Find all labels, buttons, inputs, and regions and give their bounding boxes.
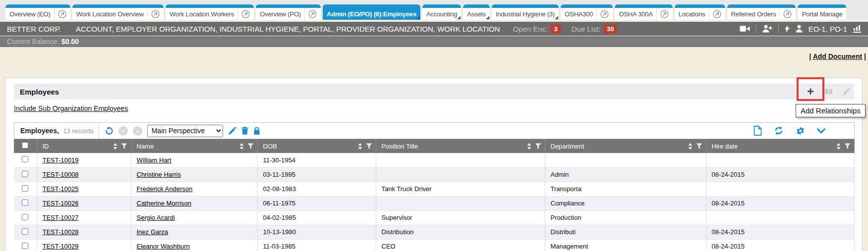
sort-icon[interactable] <box>113 143 117 150</box>
filter-icon[interactable] <box>247 143 254 150</box>
employee-id-link[interactable]: TEST-10019 <box>43 156 79 164</box>
filter-icon[interactable] <box>366 143 372 150</box>
open-in-new-icon[interactable] <box>600 10 609 18</box>
employee-name-link[interactable]: Christine Harris <box>137 171 181 178</box>
bar-chart-icon[interactable] <box>853 25 861 33</box>
employee-name-link[interactable]: Inez Garza <box>137 228 169 236</box>
column-header-id[interactable]: ID <box>37 139 131 153</box>
employee-name-link[interactable]: Catherine Morrison <box>137 200 192 207</box>
employee-id-link[interactable]: TEST-10027 <box>43 214 79 221</box>
settings-gear-icon[interactable] <box>796 126 805 136</box>
grid-toolbar-right <box>753 126 854 136</box>
page-previous-icon[interactable]: ‹ <box>118 126 128 136</box>
employee-id-link[interactable]: TEST-10029 <box>43 243 79 250</box>
perspective-select[interactable]: Main Perspective <box>147 125 223 137</box>
tab-open-section[interactable] <box>304 8 317 20</box>
sort-icon[interactable] <box>688 143 693 150</box>
due-list-badge[interactable]: 30 <box>604 24 617 34</box>
filter-icon[interactable] <box>535 143 541 150</box>
tab-industrial-hygiene-3[interactable]: Industrial Hygiene (3) <box>492 4 559 20</box>
open-in-new-icon[interactable] <box>308 10 317 18</box>
row-checkbox[interactable] <box>22 156 28 162</box>
tab-work-location-workers[interactable]: Work Location Workers <box>166 4 254 20</box>
panel-header: Employees + <box>14 84 854 100</box>
row-checkbox[interactable] <box>22 228 28 235</box>
tab-accounting[interactable]: Accounting <box>422 4 461 20</box>
include-sub-org-link[interactable]: Include Sub Organization Employees <box>14 104 128 112</box>
tab-assets[interactable]: Assets <box>463 4 490 20</box>
open-in-new-icon[interactable] <box>241 10 250 18</box>
open-in-new-icon[interactable] <box>783 10 792 18</box>
row-checkbox[interactable] <box>22 243 28 249</box>
tab-portal-manage[interactable]: Portal Manage <box>798 4 846 20</box>
cell-hire: 08-24-2015 <box>706 196 855 210</box>
employee-name-link[interactable]: Eleanor Washburn <box>137 243 190 250</box>
page-next-icon[interactable]: › <box>133 126 142 136</box>
tab-open-section[interactable] <box>147 8 160 20</box>
sort-icon[interactable] <box>358 143 362 150</box>
employee-name-link[interactable]: Sergio Acardi <box>137 214 175 221</box>
tab-osha300[interactable]: OSHA300 <box>561 4 613 20</box>
row-checkbox[interactable] <box>22 200 28 206</box>
filter-icon[interactable] <box>844 143 851 150</box>
open-in-new-icon[interactable] <box>713 10 721 18</box>
cell-dob: 02-08-1983 <box>257 182 376 196</box>
edit-pencil-icon[interactable] <box>841 87 851 97</box>
tab-open-section[interactable] <box>237 8 250 20</box>
row-checkbox[interactable] <box>22 214 28 220</box>
book-icon[interactable] <box>823 87 833 97</box>
chevron-down-icon[interactable] <box>817 128 825 134</box>
sort-icon[interactable] <box>239 143 244 150</box>
cell-position: Tank Truck Driver <box>376 182 545 196</box>
row-checkbox[interactable] <box>22 171 28 177</box>
edit-perspective-icon[interactable] <box>228 127 236 135</box>
column-header-department[interactable]: Department <box>545 139 706 153</box>
tab-open-section[interactable] <box>709 8 721 20</box>
employee-name-link[interactable]: Frederick Anderson <box>137 185 193 193</box>
employee-id-link[interactable]: TEST-10026 <box>43 200 79 207</box>
filter-icon[interactable] <box>121 143 127 150</box>
cell-select <box>14 153 37 167</box>
tab-open-section[interactable] <box>54 8 66 20</box>
delete-trash-icon[interactable] <box>241 127 248 135</box>
undo-icon[interactable] <box>104 126 114 136</box>
select-all-checkbox[interactable] <box>22 142 28 149</box>
column-header-hire[interactable]: Hire date <box>706 139 855 153</box>
add-document-link[interactable]: Add Document <box>813 52 863 60</box>
tab-referred-orders[interactable]: Referred Orders <box>727 4 796 20</box>
row-checkbox[interactable] <box>22 185 28 192</box>
employee-id-link[interactable]: TEST-10008 <box>43 171 79 178</box>
filter-icon[interactable] <box>696 143 702 150</box>
column-header-position[interactable]: Position Title <box>376 139 545 153</box>
tab-osha-300a[interactable]: OSHA 300A <box>615 4 672 20</box>
refresh-icon[interactable] <box>774 126 784 136</box>
tab-open-section[interactable] <box>656 8 669 20</box>
employee-id-link[interactable]: TEST-10025 <box>43 185 79 193</box>
tab-overview-po[interactable]: Overview (PO) <box>256 4 321 20</box>
new-document-icon[interactable] <box>753 126 762 136</box>
module-list: ACCOUNT, EMPLOYER ORGANIZATION, INDUSTRI… <box>76 25 500 33</box>
column-header-name[interactable]: Name <box>131 139 257 153</box>
lock-icon[interactable] <box>253 127 260 135</box>
lightning-icon[interactable] <box>785 25 790 33</box>
open-in-new-icon[interactable] <box>58 10 66 18</box>
employee-id-link[interactable]: TEST-10028 <box>43 228 79 236</box>
tab-admin-eo-po-6-employees[interactable]: Admin (EO/PO) (6):Employees <box>323 4 420 20</box>
add-person-icon[interactable] <box>762 25 772 33</box>
open-in-new-icon[interactable] <box>660 10 669 18</box>
select-all-header[interactable] <box>14 139 37 153</box>
tab-work-location-overview[interactable]: Work Location Overview <box>72 4 164 20</box>
column-header-dob[interactable]: DOB <box>257 139 376 153</box>
sort-icon[interactable] <box>527 143 531 150</box>
sort-icon[interactable] <box>836 143 841 150</box>
tab-overview-eo[interactable]: Overview (EO) <box>5 4 70 20</box>
tab-open-section[interactable] <box>779 8 792 20</box>
video-camera-icon[interactable] <box>740 25 750 32</box>
tab-locations[interactable]: Locations <box>675 4 725 20</box>
employee-name-link[interactable]: William Hart <box>137 156 172 164</box>
cell-hire: 08-24-2015 <box>706 167 855 182</box>
open-enc-badge[interactable]: 3 <box>551 24 560 34</box>
tab-open-section[interactable] <box>596 8 609 20</box>
open-in-new-icon[interactable] <box>151 10 160 18</box>
user-icon[interactable] <box>796 25 803 33</box>
